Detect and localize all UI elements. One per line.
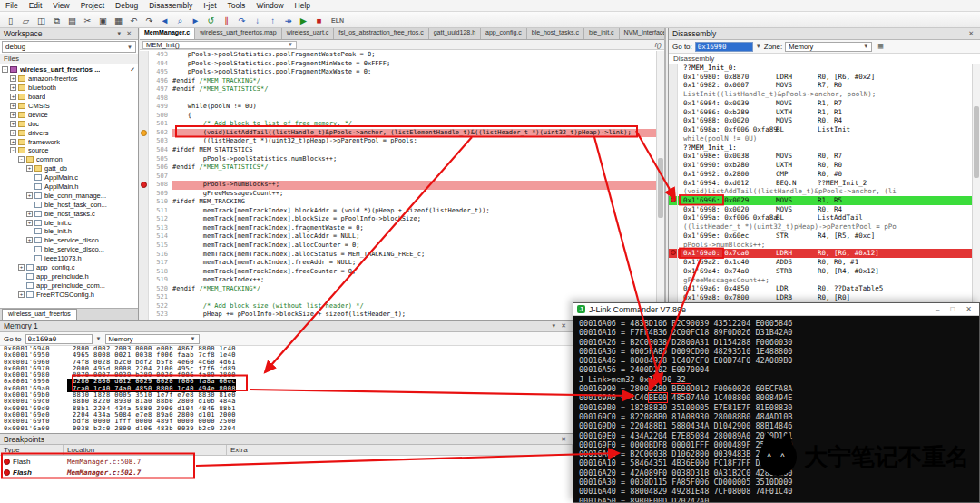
expand-toggle-icon[interactable]: + (10, 94, 16, 100)
breakpoint-gutter[interactable] (140, 293, 149, 302)
breakpoint-gutter[interactable] (140, 215, 149, 224)
menu-item[interactable]: Project (75, 1, 110, 10)
disassembly-options-icon[interactable]: ▦ (875, 43, 887, 50)
step-into-icon[interactable]: ↓ (250, 14, 264, 26)
maximize-icon[interactable]: □ (946, 305, 958, 313)
breakpoint-gutter[interactable] (669, 90, 678, 99)
expand-toggle-icon[interactable]: + (18, 264, 24, 271)
breakpoint-gutter[interactable] (140, 129, 149, 138)
editor-scrollbar[interactable] (656, 51, 664, 320)
breakpoint-gutter[interactable] (140, 190, 149, 199)
breakpoint-gutter[interactable] (669, 64, 678, 73)
tree-item[interactable]: + CMSIS (0, 102, 138, 111)
breakpoint-gutter[interactable] (140, 242, 149, 251)
run-to-cursor-icon[interactable]: ↠ (281, 14, 295, 26)
cut-icon[interactable]: ✂ (81, 14, 94, 26)
tree-item[interactable]: + ble_init.c (0, 218, 138, 227)
minimize-icon[interactable]: – (932, 305, 943, 313)
tree-item[interactable]: ble_service_disco... (0, 245, 138, 254)
breakpoint-gutter[interactable] (669, 187, 678, 196)
menu-item[interactable]: Disassembly (143, 1, 198, 10)
build-config-select[interactable]: debug ▼ (2, 41, 136, 53)
search-icon[interactable]: ⌕ (173, 14, 187, 26)
disassembly-scrollbar[interactable] (972, 64, 980, 302)
breakpoint-gutter[interactable] (140, 251, 149, 260)
editor-tab[interactable]: MemManager.c (140, 28, 195, 39)
editor-tab[interactable]: app_config.c (481, 28, 527, 39)
breakpoint-gutter[interactable] (140, 103, 149, 112)
breakpoint-gutter[interactable] (669, 116, 678, 125)
menu-item[interactable]: Debug (110, 1, 143, 10)
breakpoint-gutter[interactable] (669, 241, 678, 250)
expand-toggle-icon[interactable]: + (10, 139, 16, 145)
expand-toggle-icon[interactable]: + (10, 75, 16, 82)
close-icon[interactable]: ✕ (965, 30, 976, 37)
breakpoint-gutter[interactable] (140, 146, 149, 155)
menu-item[interactable]: Help (289, 1, 316, 10)
breakpoint-gutter[interactable] (140, 137, 149, 146)
new-document-icon[interactable]: ▯ (4, 14, 17, 26)
breakpoint-gutter[interactable] (140, 112, 149, 121)
print-icon[interactable]: ▤ (65, 14, 79, 26)
menu-item[interactable]: Edit (24, 1, 48, 10)
breakpoint-row[interactable]: Flash MemManager.c:502.7 (0, 467, 573, 478)
panel-menu-icon[interactable]: ▾ (550, 322, 559, 330)
breakpoint-gutter[interactable] (140, 51, 149, 60)
column-type[interactable]: Type (0, 445, 64, 455)
tree-item[interactable]: + app_config.c (0, 263, 138, 272)
reset-icon[interactable]: ↺ (204, 14, 218, 26)
breakpoint-gutter[interactable] (669, 134, 678, 143)
tree-item[interactable]: - common (0, 155, 138, 164)
tree-item[interactable]: ApplMain.h (0, 182, 138, 192)
breakpoint-gutter[interactable] (140, 181, 149, 190)
breakpoint-gutter[interactable] (140, 232, 149, 242)
breakpoint-gutter[interactable] (669, 196, 678, 205)
tree-item[interactable]: - source (0, 146, 138, 155)
breakpoint-gutter[interactable] (669, 179, 678, 188)
menu-item[interactable]: I-jet (198, 1, 221, 10)
breakpoint-gutter[interactable] (140, 198, 149, 207)
expand-toggle-icon[interactable]: + (26, 211, 33, 217)
expand-toggle-icon[interactable]: + (10, 84, 16, 91)
editor-tab[interactable]: fsl_os_abstraction_free_rtos.c (334, 28, 428, 39)
close-icon[interactable]: ✕ (123, 30, 134, 37)
breakpoint-gutter[interactable] (140, 94, 149, 104)
breakpoint-gutter[interactable] (140, 155, 149, 164)
breakpoint-gutter[interactable] (140, 207, 149, 216)
breakpoint-gutter[interactable] (669, 205, 678, 214)
paste-icon[interactable]: ▦ (112, 14, 125, 26)
breakpoint-gutter[interactable] (669, 213, 678, 222)
tree-item[interactable]: + doc (0, 119, 138, 128)
function-selector[interactable]: MEM_Init() ▼ (142, 41, 297, 49)
expand-toggle-icon[interactable]: - (2, 66, 8, 73)
tree-item[interactable]: + ble_host_tasks.c (0, 209, 138, 218)
breakpoint-gutter[interactable] (669, 222, 678, 232)
breakpoint-gutter[interactable] (669, 267, 678, 276)
breakpoint-gutter[interactable] (669, 232, 678, 241)
menu-item[interactable]: Tools (222, 1, 251, 10)
editor-tab[interactable]: ble_host_tasks.c (527, 28, 584, 39)
function-list-icon[interactable]: f() (654, 41, 662, 49)
scrollbar-thumb[interactable] (974, 106, 979, 178)
breakpoint-gutter[interactable] (669, 143, 678, 153)
eln-indicator[interactable]: ELN (328, 14, 348, 26)
memory-zone-select[interactable]: Memory ▼ (105, 334, 200, 344)
breakpoint-gutter[interactable] (669, 276, 678, 285)
breakpoint-gutter[interactable] (140, 311, 149, 320)
editor-tab[interactable]: wireless_uart_freertos.map (195, 28, 281, 39)
tree-item[interactable]: + framework (0, 137, 138, 146)
step-over-icon[interactable]: ↷ (235, 14, 249, 26)
editor-tab[interactable]: ble_init.c (584, 28, 620, 39)
tree-item[interactable]: ApplMain.c (0, 173, 138, 182)
breakpoint-gutter[interactable] (669, 81, 678, 90)
workspace-tab[interactable]: wireless_uart_freertos (2, 309, 77, 320)
breakpoint-gutter[interactable] (140, 224, 149, 233)
breakpoint-gutter[interactable] (669, 108, 678, 117)
expand-toggle-icon[interactable]: - (10, 147, 16, 153)
expand-toggle-icon[interactable]: + (26, 220, 33, 226)
code-area[interactable]: 493 pPools->poolStatistics.poolFragmentW… (140, 51, 656, 320)
stop-debug-icon[interactable]: ■ (312, 14, 326, 26)
breakpoint-gutter[interactable] (669, 293, 678, 302)
panel-menu-icon[interactable]: ▾ (115, 30, 124, 37)
tree-item[interactable]: + drivers (0, 128, 138, 137)
